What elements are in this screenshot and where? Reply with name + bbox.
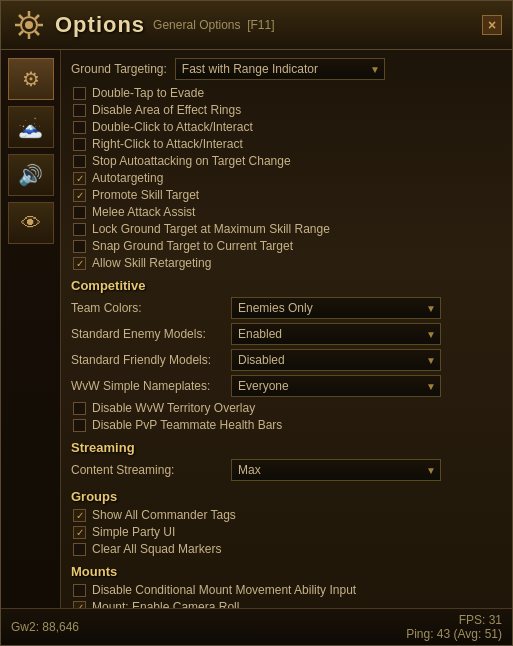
checkbox-row-disable-pvp: Disable PvP Teammate Health Bars xyxy=(71,418,502,432)
svg-point-1 xyxy=(25,21,33,29)
svg-line-8 xyxy=(35,15,39,19)
checkbox-melee-attack[interactable] xyxy=(73,206,86,219)
label-clear-squad: Clear All Squad Markers xyxy=(92,542,221,556)
svg-line-6 xyxy=(19,15,23,19)
wvw-nameplates-dropdown[interactable]: Everyone ▼ xyxy=(231,375,441,397)
title-gear-icon xyxy=(11,7,47,43)
checkbox-autotargeting[interactable] xyxy=(73,172,86,185)
checkbox-disable-aoe[interactable] xyxy=(73,104,86,117)
ground-targeting-dropdown[interactable]: Fast with Range Indicator ▼ xyxy=(175,58,385,80)
checkbox-disable-pvp[interactable] xyxy=(73,419,86,432)
ping-display: Ping: 43 (Avg: 51) xyxy=(406,627,502,641)
label-camera-roll: Mount: Enable Camera Roll xyxy=(92,600,239,608)
label-snap-ground: Snap Ground Target to Current Target xyxy=(92,239,293,253)
standard-friendly-label: Standard Friendly Models: xyxy=(71,353,231,367)
checkbox-row-stop-autoattack: Stop Autoattacking on Target Change xyxy=(71,154,502,168)
standard-enemy-label: Standard Enemy Models: xyxy=(71,327,231,341)
checkbox-row-clear-squad: Clear All Squad Markers xyxy=(71,542,502,556)
checkbox-row-simple-party: Simple Party UI xyxy=(71,525,502,539)
dropdown-arrow-icon: ▼ xyxy=(426,465,436,476)
checkbox-row-allow-skill: Allow Skill Retargeting xyxy=(71,256,502,270)
svg-line-7 xyxy=(35,31,39,35)
ground-targeting-row: Ground Targeting: Fast with Range Indica… xyxy=(71,58,502,80)
fps-display: FPS: 31 xyxy=(406,613,502,627)
checkbox-row-melee-attack: Melee Attack Assist xyxy=(71,205,502,219)
gear-icon: ⚙ xyxy=(22,67,40,91)
mounts-section-header: Mounts xyxy=(71,564,502,579)
checkbox-row-camera-roll: Mount: Enable Camera Roll xyxy=(71,600,502,608)
groups-section-header: Groups xyxy=(71,489,502,504)
checkbox-row-double-tap: Double-Tap to Evade xyxy=(71,86,502,100)
label-double-tap: Double-Tap to Evade xyxy=(92,86,204,100)
label-disable-aoe: Disable Area of Effect Rings xyxy=(92,103,241,117)
standard-friendly-row: Standard Friendly Models: Disabled ▼ xyxy=(71,349,502,371)
checkbox-promote-skill[interactable] xyxy=(73,189,86,202)
checkbox-row-double-click: Double-Click to Attack/Interact xyxy=(71,120,502,134)
status-gw2: Gw2: 88,646 xyxy=(11,620,79,634)
label-disable-mount: Disable Conditional Mount Movement Abili… xyxy=(92,583,356,597)
checkbox-camera-roll[interactable] xyxy=(73,601,86,609)
checkbox-disable-mount[interactable] xyxy=(73,584,86,597)
checkbox-allow-skill[interactable] xyxy=(73,257,86,270)
checkbox-lock-ground[interactable] xyxy=(73,223,86,236)
svg-line-9 xyxy=(19,31,23,35)
content-streaming-row: Content Streaming: Max ▼ xyxy=(71,459,502,481)
main-layout: ⚙ 🗻 🔊 👁 Ground Targeting: Fast with Rang… xyxy=(1,50,512,608)
checkbox-right-click[interactable] xyxy=(73,138,86,151)
wvw-nameplates-label: WvW Simple Nameplates: xyxy=(71,379,231,393)
sidebar: ⚙ 🗻 🔊 👁 xyxy=(1,50,61,608)
standard-enemy-row: Standard Enemy Models: Enabled ▼ xyxy=(71,323,502,345)
close-button[interactable]: × xyxy=(482,15,502,35)
team-colors-label: Team Colors: xyxy=(71,301,231,315)
checkbox-double-tap[interactable] xyxy=(73,87,86,100)
options-window: Options General Options [F11] × ⚙ 🗻 🔊 👁 … xyxy=(0,0,513,646)
checkbox-row-snap-ground: Snap Ground Target to Current Target xyxy=(71,239,502,253)
team-colors-dropdown[interactable]: Enemies Only ▼ xyxy=(231,297,441,319)
status-bar: Gw2: 88,646 FPS: 31 Ping: 43 (Avg: 51) xyxy=(1,608,512,645)
checkbox-stop-autoattack[interactable] xyxy=(73,155,86,168)
window-subtitle: General Options [F11] xyxy=(153,18,274,32)
standard-enemy-dropdown[interactable]: Enabled ▼ xyxy=(231,323,441,345)
sidebar-item-gear[interactable]: ⚙ xyxy=(8,58,54,100)
dropdown-arrow-icon: ▼ xyxy=(426,329,436,340)
eye-icon: 👁 xyxy=(21,212,41,235)
label-stop-autoattack: Stop Autoattacking on Target Change xyxy=(92,154,291,168)
mountain-icon: 🗻 xyxy=(18,115,43,139)
sound-icon: 🔊 xyxy=(18,163,43,187)
checkbox-row-disable-mount: Disable Conditional Mount Movement Abili… xyxy=(71,583,502,597)
window-title: Options xyxy=(55,12,145,38)
team-colors-row: Team Colors: Enemies Only ▼ xyxy=(71,297,502,319)
ground-targeting-label: Ground Targeting: xyxy=(71,62,167,76)
checkbox-disable-wvw[interactable] xyxy=(73,402,86,415)
sidebar-item-eye[interactable]: 👁 xyxy=(8,202,54,244)
checkbox-row-disable-wvw: Disable WvW Territory Overlay xyxy=(71,401,502,415)
sidebar-item-sound[interactable]: 🔊 xyxy=(8,154,54,196)
checkbox-row-autotargeting: Autotargeting xyxy=(71,171,502,185)
checkbox-show-commander[interactable] xyxy=(73,509,86,522)
streaming-section-header: Streaming xyxy=(71,440,502,455)
label-show-commander: Show All Commander Tags xyxy=(92,508,236,522)
label-disable-pvp: Disable PvP Teammate Health Bars xyxy=(92,418,282,432)
label-double-click: Double-Click to Attack/Interact xyxy=(92,120,253,134)
label-melee-attack: Melee Attack Assist xyxy=(92,205,195,219)
label-autotargeting: Autotargeting xyxy=(92,171,163,185)
checkbox-row-show-commander: Show All Commander Tags xyxy=(71,508,502,522)
checkbox-row-promote-skill: Promote Skill Target xyxy=(71,188,502,202)
title-bar: Options General Options [F11] × xyxy=(1,1,512,50)
checkbox-row-right-click: Right-Click to Attack/Interact xyxy=(71,137,502,151)
label-lock-ground: Lock Ground Target at Maximum Skill Rang… xyxy=(92,222,330,236)
status-right: FPS: 31 Ping: 43 (Avg: 51) xyxy=(406,613,502,641)
standard-friendly-dropdown[interactable]: Disabled ▼ xyxy=(231,349,441,371)
checkbox-snap-ground[interactable] xyxy=(73,240,86,253)
dropdown-arrow-icon: ▼ xyxy=(426,303,436,314)
content-streaming-dropdown[interactable]: Max ▼ xyxy=(231,459,441,481)
checkbox-double-click[interactable] xyxy=(73,121,86,134)
label-disable-wvw: Disable WvW Territory Overlay xyxy=(92,401,255,415)
label-simple-party: Simple Party UI xyxy=(92,525,175,539)
checkbox-simple-party[interactable] xyxy=(73,526,86,539)
content-area: Ground Targeting: Fast with Range Indica… xyxy=(61,50,512,608)
dropdown-arrow-icon: ▼ xyxy=(426,381,436,392)
checkbox-clear-squad[interactable] xyxy=(73,543,86,556)
sidebar-item-graphics[interactable]: 🗻 xyxy=(8,106,54,148)
dropdown-arrow-icon: ▼ xyxy=(426,355,436,366)
